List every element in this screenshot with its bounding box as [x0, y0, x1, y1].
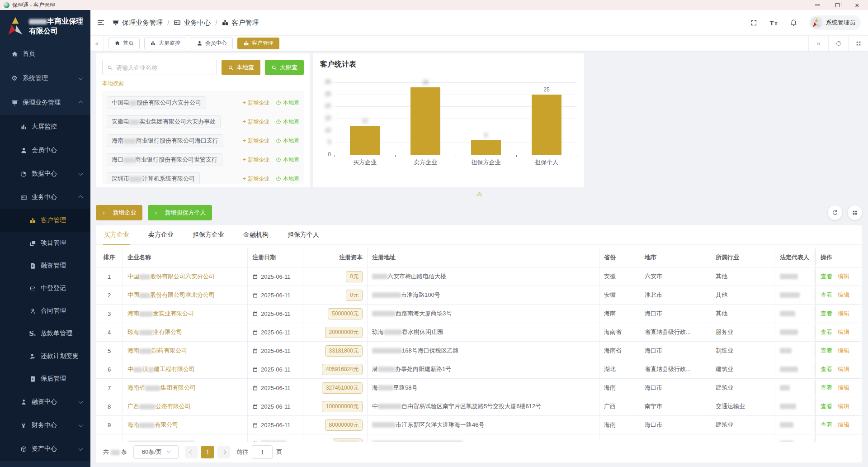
- refresh-table-icon[interactable]: [828, 205, 842, 220]
- view-link[interactable]: 查看: [821, 402, 832, 410]
- view-link[interactable]: 查看: [821, 328, 832, 336]
- tab-首页[interactable]: 首页: [108, 38, 140, 49]
- edit-link[interactable]: 编辑: [838, 365, 849, 373]
- sidebar-item-finance-center[interactable]: ¥财务中心: [0, 414, 90, 437]
- add-company-link[interactable]: +新增企业: [243, 99, 269, 107]
- view-link[interactable]: 查看: [821, 272, 832, 281]
- local-check-link[interactable]: 本地查: [276, 137, 299, 145]
- table-tab-卖方企业[interactable]: 卖方企业: [147, 231, 175, 245]
- font-size-icon[interactable]: Tт: [769, 19, 778, 27]
- view-link[interactable]: 查看: [821, 291, 832, 299]
- company-link[interactable]: 海南制药有限公司: [127, 347, 187, 355]
- company-name-input[interactable]: [116, 64, 212, 71]
- company-link[interactable]: 海南发实业有限公司: [127, 310, 194, 318]
- sidebar-item-customer-mgmt[interactable]: 客户管理: [0, 209, 90, 232]
- local-check-link[interactable]: 本地查: [276, 156, 299, 164]
- user-menu[interactable]: 系统管理员: [809, 15, 861, 30]
- edit-link[interactable]: 编辑: [838, 347, 849, 355]
- minimize-icon[interactable]: [815, 5, 820, 5]
- table-tab-金融机构[interactable]: 金融机构: [242, 231, 269, 245]
- add-company-link[interactable]: +新增企业: [243, 156, 269, 164]
- prev-page-button[interactable]: [185, 446, 198, 458]
- breadcrumb-item[interactable]: 保理业务管理: [112, 19, 163, 27]
- company-name-pill[interactable]: 海南商业银行股份有限公司海口支行: [107, 134, 223, 147]
- bell-icon[interactable]: [790, 19, 797, 27]
- add-company-link[interactable]: +新增企业: [243, 118, 269, 126]
- tags-scroll-right-icon[interactable]: »: [808, 36, 828, 51]
- add-guarantor-button[interactable]: + 新增担保方个人: [148, 205, 212, 220]
- tab-大屏监控[interactable]: 大屏监控: [144, 38, 186, 49]
- hamburger-icon[interactable]: [97, 19, 105, 27]
- sidebar-item-project-mgmt[interactable]: 项目管理: [0, 232, 90, 254]
- bar-卖方企业[interactable]: [410, 87, 440, 155]
- sidebar-item-zhongdeng-registry[interactable]: ℮中登登记: [0, 277, 90, 300]
- sidebar-item-financing-center[interactable]: 融资中心: [0, 390, 90, 414]
- company-link[interactable]: 海南有限公司: [127, 421, 178, 429]
- view-link[interactable]: 查看: [821, 384, 832, 392]
- company-name-pill[interactable]: 安徽电实业集团有限公司六安办事处: [107, 115, 221, 128]
- refresh-icon[interactable]: [828, 36, 848, 51]
- company-link[interactable]: 中国股份有限公司六安分公司: [127, 272, 215, 281]
- local-check-link[interactable]: 本地查: [276, 118, 299, 126]
- company-search-input[interactable]: [102, 60, 217, 75]
- company-link[interactable]: 广西公路有限公司: [127, 402, 191, 410]
- edit-link[interactable]: 编辑: [838, 272, 849, 281]
- table-tab-担保方企业[interactable]: 担保方企业: [192, 231, 225, 245]
- view-link[interactable]: 查看: [821, 347, 832, 355]
- breadcrumb-item[interactable]: 客户管理: [222, 19, 259, 27]
- sidebar-item-asset-center[interactable]: 资产中心: [0, 437, 90, 461]
- company-link[interactable]: 中汉建工程有限公司: [127, 365, 195, 373]
- company-name-pill[interactable]: 海口商业银行股份有限公司世贸支行: [107, 153, 222, 166]
- restore-icon[interactable]: [835, 3, 840, 7]
- page-size-select[interactable]: 60条/页: [133, 445, 179, 459]
- tags-scroll-left-icon[interactable]: «: [90, 36, 104, 51]
- edit-link[interactable]: 编辑: [838, 291, 849, 299]
- edit-link[interactable]: 编辑: [838, 310, 849, 318]
- local-check-link[interactable]: 本地查: [276, 99, 299, 107]
- table-tab-担保方个人[interactable]: 担保方个人: [287, 231, 320, 245]
- layout-grid-icon[interactable]: [848, 36, 868, 51]
- tab-会员中心[interactable]: 会员中心: [191, 38, 233, 49]
- breadcrumb-item[interactable]: 业务中心: [174, 19, 211, 27]
- sidebar-item-financing-mgmt[interactable]: 融资管理: [0, 254, 90, 277]
- sidebar-item-data-center[interactable]: ◔数据中心: [0, 162, 90, 186]
- goto-page-input[interactable]: [252, 445, 273, 459]
- sidebar-item-system-mgmt[interactable]: ⚙系统管理: [0, 66, 90, 91]
- edit-link[interactable]: 编辑: [838, 384, 849, 392]
- table-tab-买方企业[interactable]: 买方企业: [103, 231, 130, 245]
- view-link[interactable]: 查看: [821, 365, 832, 373]
- current-page[interactable]: 1: [201, 446, 214, 458]
- tab-客户管理[interactable]: 客户管理: [237, 38, 279, 49]
- sidebar-item-member-center[interactable]: 会员中心: [0, 138, 90, 162]
- edit-link[interactable]: 编辑: [838, 328, 849, 336]
- company-link[interactable]: [127, 440, 195, 442]
- company-link[interactable]: 中国股份有限公司淮北分公司: [127, 291, 215, 299]
- edit-link[interactable]: 编辑: [838, 421, 849, 429]
- add-company-link[interactable]: +新增企业: [243, 175, 269, 183]
- local-check-link[interactable]: 本地查: [276, 175, 299, 183]
- edit-link[interactable]: 编辑: [838, 402, 849, 410]
- company-link[interactable]: 海南省集团有限公司: [127, 384, 196, 392]
- sidebar-item-post-guarantee-mgmt[interactable]: 保后管理: [0, 367, 90, 390]
- sidebar-item-factoring-mgmt[interactable]: 保理业务管理: [0, 91, 90, 115]
- fullscreen-icon[interactable]: [750, 19, 758, 27]
- sidebar-item-screen-monitor[interactable]: 大屏监控: [0, 115, 90, 138]
- view-link[interactable]: 查看: [821, 310, 832, 318]
- local-search-button[interactable]: 本地查: [222, 60, 260, 75]
- sidebar-item-contract-mgmt[interactable]: 合同管理: [0, 300, 90, 322]
- collapse-up-icon[interactable]: [477, 195, 481, 198]
- bar-担保个人[interactable]: [532, 95, 561, 155]
- company-name-pill[interactable]: 中国电股份有限公司六安分公司: [107, 96, 206, 109]
- sidebar-item-loan-note-mgmt[interactable]: S.放款单管理: [0, 322, 90, 345]
- view-link[interactable]: 查看: [821, 421, 832, 429]
- bar-担保方企业[interactable]: [471, 140, 501, 155]
- bar-买方企业[interactable]: [350, 126, 380, 155]
- sidebar-item-home[interactable]: 首页: [0, 42, 90, 66]
- close-icon[interactable]: ×: [855, 2, 859, 9]
- sidebar-item-business-center[interactable]: 业务中心: [0, 186, 90, 209]
- company-link[interactable]: 琼海业有限公司: [127, 328, 182, 336]
- add-company-button[interactable]: + 新增企业: [96, 205, 142, 220]
- add-company-link[interactable]: +新增企业: [243, 137, 269, 145]
- sidebar-item-repayment-plan-change[interactable]: 还款计划变更: [0, 345, 90, 367]
- next-page-button[interactable]: [217, 446, 230, 458]
